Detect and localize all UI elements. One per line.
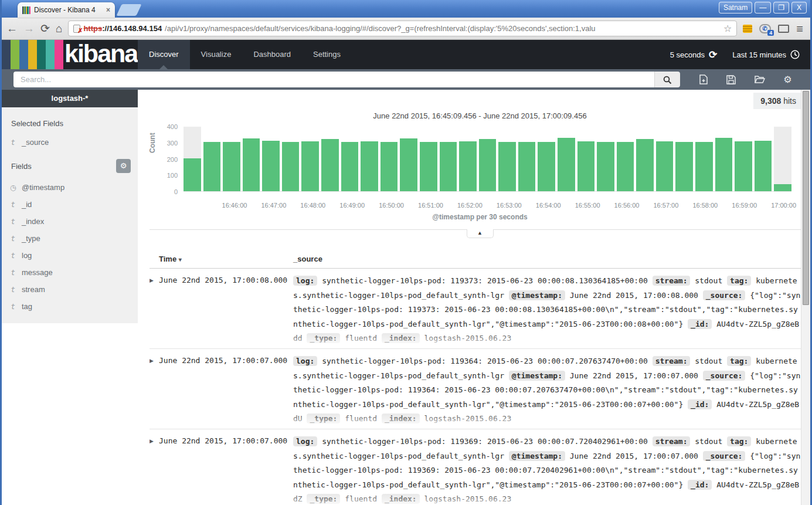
browser-tab[interactable]: Discover - Kibana 4 ×	[18, 2, 115, 18]
time-column-header[interactable]: Time ▾	[159, 255, 293, 263]
selected-fields-list: t_source	[10, 134, 138, 151]
histogram-bar[interactable]	[498, 127, 516, 191]
histogram-bar[interactable]	[400, 127, 417, 191]
field-value: June 22nd 2015, 17:00:08.000	[565, 291, 703, 300]
field-item-index[interactable]: t_index	[10, 213, 138, 230]
histogram-bar[interactable]	[755, 127, 772, 191]
histogram-bar[interactable]	[223, 127, 240, 191]
y-tick-label: 300	[167, 140, 178, 147]
browser-menu-icon[interactable]: ≡	[796, 23, 803, 35]
histogram-bar[interactable]	[538, 127, 555, 191]
field-item-id[interactable]: t_id	[10, 196, 138, 213]
forward-icon[interactable]: →	[23, 23, 35, 34]
refresh-interval-button[interactable]: 5 seconds ⟳	[670, 49, 718, 61]
expand-row-icon[interactable]: ▶	[150, 354, 159, 429]
nav-item-discover[interactable]: Discover	[138, 40, 190, 69]
string-field-icon: t	[10, 138, 16, 147]
x-tick-label: 16:55:00	[575, 202, 600, 209]
url-path: /api/v1/proxy/namespaces/default/service…	[165, 24, 721, 33]
histogram-bar[interactable]	[479, 127, 497, 191]
histogram-bar[interactable]	[577, 127, 595, 191]
field-value: synthetic-logger-10lps-pod: 119373: 2015…	[317, 276, 652, 285]
field-item-stream[interactable]: tstream	[10, 281, 138, 298]
collapse-chart-button[interactable]: ▲	[467, 229, 494, 238]
back-icon[interactable]: ←	[6, 23, 18, 34]
histogram-bar[interactable]	[774, 127, 791, 191]
histogram-bar[interactable]	[656, 127, 674, 191]
search-button[interactable]	[654, 72, 680, 87]
string-field-icon: t	[10, 201, 16, 209]
histogram-bar[interactable]	[184, 127, 201, 191]
index-pattern-selector[interactable]: logstash-*	[2, 90, 138, 107]
field-item-timestamp[interactable]: ◷@timestamp	[10, 179, 138, 196]
reload-icon[interactable]: ⟳	[40, 23, 50, 34]
time-range-button[interactable]: Last 15 minutes	[732, 50, 800, 59]
extension-list-icon[interactable]	[743, 25, 752, 33]
histogram-bar[interactable]	[695, 127, 713, 191]
close-button[interactable]: X	[791, 2, 807, 13]
nav-tabs: DiscoverVisualizeDashboardSettings	[138, 40, 352, 69]
field-label-badge: _source:	[703, 371, 746, 381]
tab-title: Discover - Kibana 4	[34, 6, 103, 14]
nav-item-dashboard[interactable]: Dashboard	[242, 40, 302, 69]
save-search-button[interactable]	[726, 75, 736, 84]
tab-close-icon[interactable]: ×	[106, 6, 110, 14]
new-search-button[interactable]	[699, 74, 708, 84]
bookmark-star-icon[interactable]: ☆	[723, 23, 732, 34]
histogram-bar[interactable]	[518, 127, 536, 191]
histogram-bar[interactable]	[321, 127, 339, 191]
field-label-badge: tag:	[727, 356, 751, 366]
histogram-bar[interactable]	[341, 127, 359, 191]
histogram-bar[interactable]	[558, 127, 575, 191]
field-value: June 22nd 2015, 17:00:07.000	[565, 371, 703, 380]
histogram-bar[interactable]	[282, 127, 300, 191]
fields-settings-gear-icon[interactable]: ⚙	[116, 159, 131, 173]
field-item-source[interactable]: t_source	[10, 134, 138, 151]
histogram-bar[interactable]	[203, 127, 221, 191]
y-axis-ticks: 4003002001000	[160, 125, 178, 192]
profile-button[interactable]: Satnam	[719, 2, 752, 13]
histogram-bar[interactable]	[636, 127, 654, 191]
expand-row-icon[interactable]: ▶	[150, 435, 159, 505]
field-label-badge: _id:	[688, 319, 712, 329]
field-label-badge: @timestamp:	[509, 451, 565, 461]
maximize-button[interactable]: ❐	[773, 2, 789, 13]
extension-phone-icon[interactable]: ✆ 4	[759, 24, 771, 33]
minimize-button[interactable]: —	[755, 2, 771, 13]
histogram-bar[interactable]	[420, 127, 437, 191]
field-label-badge: _type:	[307, 494, 340, 504]
field-value: logstash-2015.06.23	[420, 494, 512, 503]
chart-collapse-divider: ▲	[150, 229, 810, 238]
histogram-bar[interactable]	[735, 127, 752, 191]
histogram-bar[interactable]	[380, 127, 398, 191]
field-value: stdout	[690, 276, 727, 285]
nav-item-settings[interactable]: Settings	[302, 40, 352, 69]
field-label-badge: _index:	[382, 414, 420, 423]
field-item-message[interactable]: tmessage	[10, 264, 138, 281]
histogram-bar[interactable]	[675, 127, 693, 191]
histogram-bar[interactable]	[715, 127, 733, 191]
settings-gear-icon[interactable]: ⚙	[783, 74, 791, 85]
histogram-bar[interactable]	[440, 127, 457, 191]
field-value: fluentd	[340, 494, 381, 503]
field-item-log[interactable]: tlog	[10, 247, 138, 264]
field-item-tag[interactable]: ttag	[10, 298, 138, 315]
histogram-bar[interactable]	[459, 127, 477, 191]
histogram-bar[interactable]	[617, 127, 634, 191]
home-icon[interactable]: ⌂	[56, 23, 62, 34]
open-search-button[interactable]	[755, 75, 765, 84]
histogram-bar[interactable]	[243, 127, 260, 191]
histogram-bar[interactable]	[361, 127, 378, 191]
scrollbar-thumb[interactable]	[803, 91, 809, 305]
url-bar[interactable]: ✗ https://146.148.94.154 /api/v1/proxy/n…	[68, 21, 737, 36]
histogram-bar[interactable]	[597, 127, 614, 191]
histogram-bar[interactable]	[262, 127, 280, 191]
expand-row-icon[interactable]: ▶	[150, 274, 159, 348]
search-input[interactable]	[13, 72, 654, 87]
field-label-badge: stream:	[653, 276, 691, 286]
histogram-bar[interactable]	[301, 127, 319, 191]
nav-item-visualize[interactable]: Visualize	[190, 40, 243, 69]
new-tab-button[interactable]	[116, 4, 141, 16]
field-item-type[interactable]: t_type	[10, 230, 138, 247]
cast-icon[interactable]	[778, 25, 789, 33]
